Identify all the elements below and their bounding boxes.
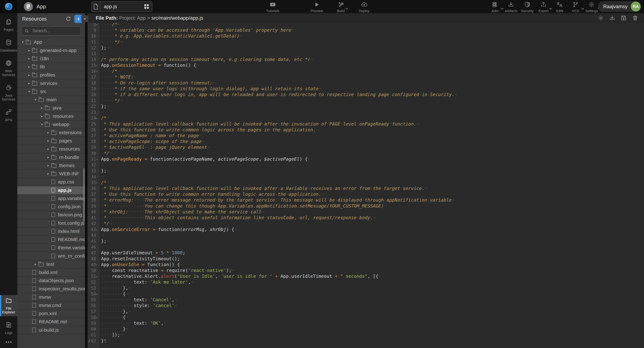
code-line[interactable]: 19·····*·if·the·same·user·logs·in(throug… bbox=[88, 86, 644, 92]
panel-divider[interactable] bbox=[85, 13, 88, 348]
code-line[interactable]: 10·····*·e.g.·App.Variables.staticVariab… bbox=[88, 33, 644, 39]
tree-item-ui-build.js[interactable]: ui-build.js bbox=[17, 326, 85, 334]
tree-item-font.config.js[interactable]: font.config.js bbox=[17, 219, 85, 227]
tree-item-index.html[interactable]: index.html bbox=[17, 227, 85, 236]
tree-item-app[interactable]: ▾App bbox=[17, 38, 85, 46]
chevron-expanded-icon[interactable]: ▾ bbox=[26, 90, 32, 93]
tree-scrollbar[interactable] bbox=[83, 168, 84, 222]
tree-item-lib[interactable]: ▸lib bbox=[17, 63, 85, 71]
chevron-collapsed-icon[interactable]: ▸ bbox=[45, 155, 51, 159]
more-dots-icon[interactable] bbox=[0, 337, 17, 348]
tree-item-rn-bundle[interactable]: ▸rn-bundle bbox=[17, 153, 85, 161]
tree-item-app.variables.js[interactable]: app.variables.js bbox=[17, 195, 85, 203]
code-line[interactable]: 37·*·Use·this·function·to·write·common·e… bbox=[88, 191, 644, 197]
tree-item-generated-rn-app[interactable]: ▸generated-rn-app bbox=[17, 47, 85, 55]
chevron-expanded-icon[interactable]: ▾ bbox=[20, 40, 26, 44]
code-line[interactable]: 18·····*·On·re-login·after·session·timeo… bbox=[88, 80, 644, 86]
code-line[interactable]: 43▾App.onServiceError·=·function(errorMs… bbox=[88, 227, 644, 232]
code-line[interactable]: 28·*·activePageScope:·scope·of·the·page¬ bbox=[88, 138, 644, 144]
tree-item-mvnw[interactable]: mvnw bbox=[17, 293, 85, 301]
code-line[interactable]: 8▾····/*¬ bbox=[88, 23, 644, 27]
wavemaker-logo[interactable] bbox=[0, 0, 17, 13]
topbar-vcs-button[interactable]: VCS bbox=[569, 1, 582, 13]
code-line[interactable]: 41·*··············This·object·contains·u… bbox=[88, 215, 644, 221]
chevron-collapsed-icon[interactable]: ▸ bbox=[26, 81, 32, 85]
topbar-security-button[interactable]: Security bbox=[521, 1, 534, 13]
chevron-collapsed-icon[interactable]: ▸ bbox=[26, 57, 32, 61]
chevron-collapsed-icon[interactable]: ▸ bbox=[39, 106, 45, 110]
chevron-collapsed-icon[interactable]: ▸ bbox=[26, 49, 32, 52]
code-line[interactable]: 40·*·xhrObj:······The·xhrObject·used·to·… bbox=[88, 209, 644, 215]
chevron-collapsed-icon[interactable]: ▸ bbox=[45, 172, 51, 176]
code-line[interactable]: 27·*·activePageName·:·name·of·the·page¬ bbox=[88, 133, 644, 138]
tree-item-favicon.png[interactable]: favicon.png bbox=[17, 211, 85, 219]
code-line[interactable]: 45};¬ bbox=[88, 238, 644, 244]
code-line[interactable]: 22};¬ bbox=[88, 103, 644, 109]
code-line[interactable]: 39·*··············You·can·change·this·th… bbox=[88, 203, 644, 209]
code-line[interactable]: 24▾/*¬ bbox=[88, 115, 644, 121]
toolbar-deploy-button[interactable]: Deploy bbox=[359, 1, 370, 13]
tree-item-app.js[interactable]: app.js bbox=[17, 186, 85, 195]
code-line[interactable]: 14/*·perform·any·action·on·session·timeo… bbox=[88, 57, 644, 62]
code-line[interactable]: 30·*/¬ bbox=[88, 150, 644, 156]
code-line[interactable]: 9·····*·variables·can·be·accessed·throug… bbox=[88, 27, 644, 33]
tree-item-wm_rn_config.js[interactable]: wm_rn_config.js bbox=[17, 252, 85, 260]
code-line[interactable]: 16▾····/*¬ bbox=[88, 68, 644, 74]
save-icon[interactable] bbox=[620, 15, 627, 21]
code-line[interactable]: 47App.userIdleTimeout·=·5·*·1000;¬ bbox=[88, 250, 644, 256]
tree-item-inspection_results.json[interactable]: inspection_results.json bbox=[17, 285, 85, 293]
tab-app-js[interactable]: app.js bbox=[91, 1, 152, 12]
code-line[interactable]: 42·*/¬ bbox=[88, 221, 644, 226]
tree-item-test[interactable]: ▸test bbox=[17, 260, 85, 268]
chevron-collapsed-icon[interactable]: ▸ bbox=[39, 114, 45, 118]
code-line[interactable]: 15▾App.onSessionTimeout·=·function()·{¬ bbox=[88, 62, 644, 68]
fold-arrow-icon[interactable]: ▾ bbox=[96, 23, 98, 26]
trash-icon[interactable] bbox=[632, 15, 638, 21]
fold-arrow-icon[interactable]: ▾ bbox=[96, 316, 98, 319]
code-line[interactable]: 56············style:·'cancel'¬ bbox=[88, 303, 644, 308]
code-line[interactable]: 46¬ bbox=[88, 244, 644, 250]
code-line[interactable]: 33};¬ bbox=[88, 168, 644, 174]
code-line[interactable]: 11·····*/¬ bbox=[88, 39, 644, 45]
code-line[interactable]: 60········}¬ bbox=[88, 326, 644, 332]
tree-item-resources[interactable]: ▸resources bbox=[17, 112, 85, 120]
fold-arrow-icon[interactable]: ▾ bbox=[96, 158, 98, 161]
fold-arrow-icon[interactable]: ▾ bbox=[96, 293, 98, 296]
tree-item-pages[interactable]: ▸pages bbox=[17, 137, 85, 145]
fold-arrow-icon[interactable]: ▾ bbox=[96, 228, 98, 231]
tree-item-i18n[interactable]: ▸i18n bbox=[17, 55, 85, 63]
code-line[interactable]: 57········},¬ bbox=[88, 309, 644, 314]
tree-item-webapp[interactable]: ▾webapp bbox=[17, 120, 85, 129]
code-line[interactable]: 29·*·$activePageEl··:·page·jQuery·elemen… bbox=[88, 144, 644, 150]
refresh-icon[interactable] bbox=[64, 15, 72, 23]
code-line[interactable]: 53········},¬ bbox=[88, 285, 644, 291]
code-line[interactable]: 35▾/*¬ bbox=[88, 180, 644, 186]
fold-arrow-icon[interactable]: ▾ bbox=[96, 182, 98, 185]
chevrons-left-icon[interactable]: « bbox=[81, 15, 88, 22]
code-line[interactable]: 59············text:·'OK',¬ bbox=[88, 320, 644, 326]
code-line[interactable]: 17·····*·NOTE:¬ bbox=[88, 74, 644, 80]
search-input[interactable] bbox=[32, 28, 76, 34]
chevron-expanded-icon[interactable]: ▾ bbox=[32, 98, 38, 102]
chevron-collapsed-icon[interactable]: ▸ bbox=[26, 73, 32, 77]
tree-item-extensions[interactable]: ▸extensions bbox=[17, 129, 85, 137]
code-line[interactable]: 52············text:·'Ask·me·later',¬ bbox=[88, 279, 644, 285]
tree-item-web-inf[interactable]: ▸WEB-INF bbox=[17, 170, 85, 178]
download-icon[interactable] bbox=[609, 15, 615, 21]
fold-arrow-icon[interactable]: ▾ bbox=[96, 64, 98, 67]
tree-item-pom.xml[interactable]: pom.xml bbox=[17, 310, 85, 318]
tree-item-main[interactable]: ▾main bbox=[17, 96, 85, 104]
tree-item-readme.md[interactable]: README.md bbox=[17, 236, 85, 244]
chevron-collapsed-icon[interactable]: ▸ bbox=[45, 147, 51, 151]
code-line[interactable]: 25·*·This·application·level·callback·fun… bbox=[88, 121, 644, 127]
topbar-export-button[interactable]: Export bbox=[538, 1, 550, 13]
tree-item-build.xml[interactable]: build.xml bbox=[17, 268, 85, 277]
tree-item-resources[interactable]: ▸resources bbox=[17, 145, 85, 153]
code-line[interactable]: i62}¶ bbox=[88, 338, 644, 344]
fold-arrow-icon[interactable]: ▾ bbox=[96, 70, 98, 73]
sidebar-item-web-services[interactable]: WebServices bbox=[0, 58, 17, 79]
code-line[interactable]: 36·*·This·application·level·callback·fun… bbox=[88, 186, 644, 191]
topbar-artifacts-button[interactable]: Artifacts bbox=[505, 1, 517, 13]
code-line[interactable]: 13¬ bbox=[88, 51, 644, 57]
code-line[interactable]: 12};¬ bbox=[88, 45, 644, 51]
